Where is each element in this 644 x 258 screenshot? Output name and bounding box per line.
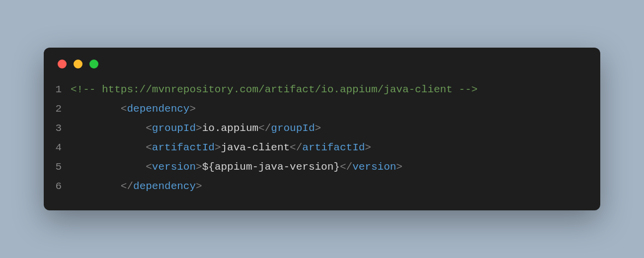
code-line[interactable]: 4 <artifactId>java-client</artifactId> (44, 138, 600, 158)
token-bracket: < (146, 161, 152, 173)
line-content[interactable]: <version>${appium-java-version}</version… (71, 158, 600, 177)
token-bracket: > (215, 142, 221, 153)
token-bracket: </ (121, 181, 133, 192)
token-bracket: </ (258, 123, 271, 134)
token-bracket: > (315, 123, 322, 134)
token-bracket: > (196, 123, 202, 134)
token-text: java-client (221, 142, 290, 153)
line-number: 4 (44, 138, 71, 158)
code-line[interactable]: 6 </dependency> (44, 177, 600, 196)
token-bracket: > (396, 161, 402, 173)
code-editor-window: 1<!-- https://mvnrepository.com/artifact… (44, 48, 600, 210)
token-bracket: < (146, 142, 152, 153)
token-bracket: > (189, 103, 196, 115)
minimize-icon[interactable] (74, 60, 82, 68)
token-bracket: </ (290, 142, 302, 153)
line-content[interactable]: <groupId>io.appium</groupId> (71, 119, 600, 138)
token-text: ${appium-java-version} (202, 161, 340, 173)
line-content[interactable]: <artifactId>java-client</artifactId> (71, 138, 600, 158)
line-content[interactable]: <!-- https://mvnrepository.com/artifact/… (71, 80, 600, 100)
token-tag: dependency (127, 103, 189, 115)
token-bracket: </ (340, 161, 352, 173)
line-number: 5 (44, 158, 71, 177)
token-bracket: < (121, 103, 127, 115)
token-tag: version (152, 161, 196, 173)
code-content[interactable]: 1<!-- https://mvnrepository.com/artifact… (44, 80, 600, 196)
line-number: 3 (44, 119, 71, 138)
code-line[interactable]: 3 <groupId>io.appium</groupId> (44, 119, 600, 138)
token-tag: artifactId (302, 142, 365, 153)
code-line[interactable]: 1<!-- https://mvnrepository.com/artifact… (44, 80, 600, 100)
line-number: 2 (44, 100, 71, 119)
line-content[interactable]: <dependency> (71, 100, 600, 119)
token-tag: version (352, 161, 396, 173)
line-content[interactable]: </dependency> (71, 177, 600, 196)
token-tag: artifactId (152, 142, 215, 153)
token-bracket: > (196, 181, 202, 192)
line-number: 1 (44, 80, 71, 100)
close-icon[interactable] (58, 60, 67, 68)
token-bracket: > (196, 161, 202, 173)
token-bracket: < (146, 123, 152, 134)
maximize-icon[interactable] (89, 60, 98, 68)
token-tag: groupId (271, 123, 315, 134)
token-tag: dependency (133, 181, 196, 192)
code-line[interactable]: 5 <version>${appium-java-version}</versi… (44, 158, 600, 177)
token-tag: groupId (152, 123, 196, 134)
token-comment: <!-- https://mvnrepository.com/artifact/… (71, 84, 478, 95)
code-line[interactable]: 2 <dependency> (44, 100, 600, 119)
token-bracket: > (365, 142, 371, 153)
line-number: 6 (44, 177, 71, 196)
token-text: io.appium (202, 123, 258, 134)
window-controls (44, 60, 600, 80)
